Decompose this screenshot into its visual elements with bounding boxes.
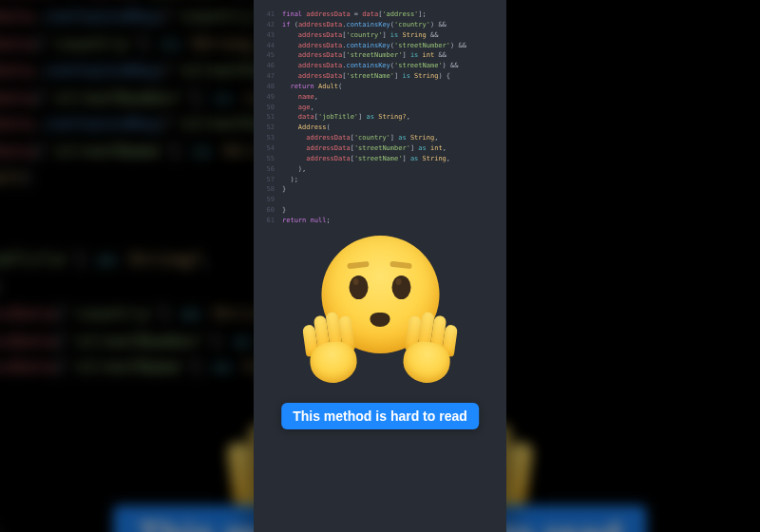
code-line: 48 return Adult( [254, 82, 506, 92]
code-content: return Adult( [282, 82, 506, 92]
code-content: addressData['country'] is String && [282, 30, 506, 41]
line-number: 59 [254, 195, 282, 205]
line-number: 48 [254, 82, 282, 92]
video-frame: 41final addressData = data['address'];42… [0, 0, 760, 532]
code-content: data['jobTitle'] as String?, [282, 112, 506, 123]
line-number: 51 [254, 112, 282, 123]
code-content: } [282, 205, 506, 216]
line-number: 60 [254, 205, 282, 216]
line-number: 42 [254, 20, 282, 30]
line-number: 58 [254, 184, 282, 195]
code-content: ); [282, 175, 506, 185]
code-content: name, [282, 92, 506, 103]
code-line: 42if (addressData.containsKey('country')… [254, 20, 506, 30]
code-line: 47 addressData['streetName'] is String) … [254, 71, 506, 82]
code-line: 60} [254, 205, 506, 216]
code-line: 49 name, [254, 92, 506, 103]
code-line: 59 [254, 195, 506, 205]
code-content [282, 195, 506, 205]
code-content: ), [282, 164, 506, 175]
code-line: 58} [254, 184, 506, 195]
code-content: if (addressData.containsKey('country') &… [282, 20, 506, 30]
code-line: 46 addressData.containsKey('streetName')… [254, 61, 506, 71]
code-line: 57 ); [254, 175, 506, 185]
caption-chip: This method is hard to read [281, 403, 479, 429]
line-number: 41 [254, 10, 282, 20]
line-number: 49 [254, 92, 282, 103]
line-number: 61 [254, 216, 282, 226]
line-number: 45 [254, 50, 282, 61]
line-number: 43 [254, 30, 282, 41]
code-content: final addressData = data['address']; [282, 10, 506, 20]
code-line: 50 age, [254, 103, 506, 113]
code-line: 61return null; [254, 216, 506, 226]
center-panel: 41final addressData = data['address'];42… [254, 0, 506, 532]
code-line: 44 addressData.containsKey('streetNumber… [254, 41, 506, 51]
code-content: age, [282, 103, 506, 113]
code-content: addressData['streetName'] as String, [282, 154, 506, 164]
line-number: 56 [254, 164, 282, 175]
code-content: addressData['streetNumber'] as int, [282, 143, 506, 154]
line-number: 54 [254, 143, 282, 154]
code-line: 53 addressData['country'] as String, [254, 133, 506, 143]
code-content: addressData['country'] as String, [282, 133, 506, 143]
face-with-open-hands-icon [307, 236, 454, 383]
code-line: 54 addressData['streetNumber'] as int, [254, 143, 506, 154]
emoji-overlay [307, 236, 454, 383]
line-number: 46 [254, 61, 282, 71]
code-editor: 41final addressData = data['address'];42… [254, 0, 506, 226]
code-line: 43 addressData['country'] is String && [254, 30, 506, 41]
line-number: 57 [254, 175, 282, 185]
code-line: 55 addressData['streetName'] as String, [254, 154, 506, 164]
code-content: return null; [282, 216, 506, 226]
line-number: 53 [254, 133, 282, 143]
code-content: addressData['streetNumber'] is int && [282, 50, 506, 61]
code-content: addressData.containsKey('streetNumber') … [282, 41, 506, 51]
code-content: addressData['streetName'] is String) { [282, 71, 506, 82]
line-number: 47 [254, 71, 282, 82]
code-content: Address( [282, 123, 506, 133]
code-line: 41final addressData = data['address']; [254, 10, 506, 20]
line-number: 44 [254, 41, 282, 51]
code-line: 51 data['jobTitle'] as String?, [254, 112, 506, 123]
code-content: } [282, 184, 506, 195]
line-number: 52 [254, 123, 282, 133]
line-number: 50 [254, 103, 282, 113]
code-line: 52 Address( [254, 123, 506, 133]
line-number: 55 [254, 154, 282, 164]
code-content: addressData.containsKey('streetName') && [282, 61, 506, 71]
code-line: 56 ), [254, 164, 506, 175]
code-line: 45 addressData['streetNumber'] is int && [254, 50, 506, 61]
